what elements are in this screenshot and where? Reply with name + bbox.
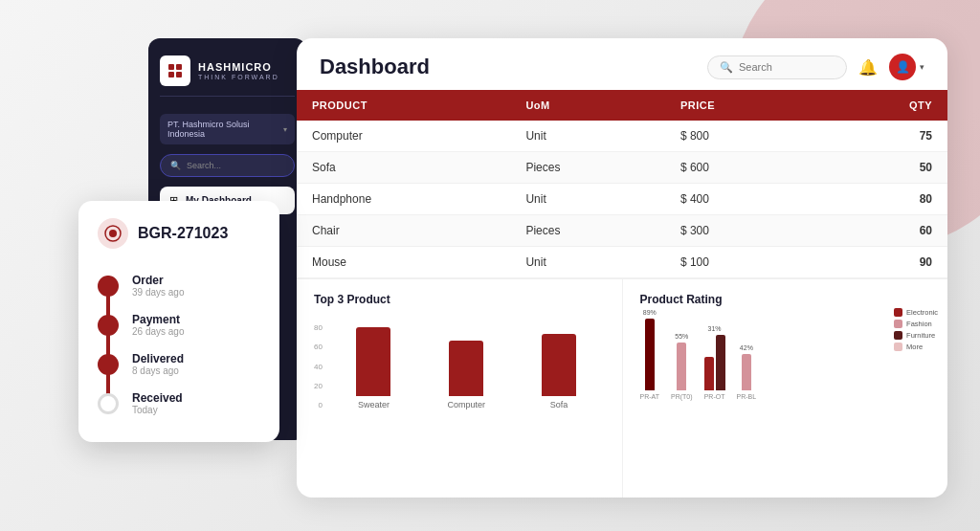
order-card: BGR-271023 Order 39 days ago Payment 26 … (78, 201, 279, 442)
cell-qty: 50 (820, 152, 947, 184)
cell-product: Chair (297, 215, 510, 247)
table-row: Handphone Unit $ 400 80 (297, 184, 947, 215)
timeline-dot (98, 393, 119, 414)
chart-legend: Electronic Fashion Furniture More (894, 308, 938, 351)
timeline-item-received: Received Today (98, 384, 260, 423)
legend-dot (894, 343, 902, 351)
notification-icon[interactable]: 🔔 (858, 58, 878, 77)
legend-dot (894, 331, 902, 340)
company-selector[interactable]: PT. Hashmicro Solusi Indonesia ▾ (160, 114, 295, 144)
y-label: 20 (314, 382, 323, 390)
logo-icon (160, 55, 190, 86)
card-header: BGR-271023 (98, 218, 260, 249)
bar-sweater: Sweater (356, 327, 390, 409)
legend-more: More (894, 343, 938, 351)
rating-chart-title: Product Rating (640, 293, 931, 306)
header-actions: 🔍 🔔 👤 ▾ (707, 54, 924, 80)
rating-group-prat: 89% PR-AT (640, 309, 659, 400)
svg-rect-3 (176, 72, 182, 77)
avatar-button[interactable]: 👤 ▾ (889, 54, 924, 80)
timeline-item-order: Order 39 days ago (98, 266, 260, 305)
cell-product: Mouse (297, 247, 510, 278)
rating-x-label: PR(T0) (671, 393, 693, 400)
main-scene: HASHMICRO THINK FORWARD PT. Hashmicro So… (0, 0, 980, 531)
cell-uom: Unit (510, 247, 665, 278)
r-bar-furniture (716, 335, 725, 390)
svg-rect-0 (168, 64, 174, 70)
legend-label: Electronic (906, 308, 938, 317)
timeline-dot (98, 354, 119, 375)
cell-price: $ 300 (665, 215, 820, 247)
rating-group-prt0: 55% PR(T0) (671, 333, 693, 400)
r-bar-fashion (677, 343, 686, 390)
rating-group-prot: 31% PR-OT (704, 325, 725, 400)
cell-price: $ 100 (665, 247, 820, 278)
bar-computer: Computer (447, 341, 485, 409)
timeline-title: Received (132, 391, 183, 405)
cell-qty: 75 (820, 121, 947, 152)
timeline-sub: 8 days ago (132, 365, 184, 376)
timeline-content: Received Today (132, 391, 183, 415)
company-arrow-icon: ▾ (283, 125, 287, 134)
avatar: 👤 (889, 54, 916, 80)
top3-chart-title: Top 3 Product (314, 293, 605, 306)
cell-price: $ 400 (665, 184, 820, 215)
rating-chart: Product Rating 89% PR-AT 55% (623, 279, 948, 498)
cell-qty: 90 (820, 247, 947, 278)
col-uom: UoM (510, 90, 665, 121)
top3-chart: Top 3 Product 80 60 40 20 0 Sweater (297, 279, 623, 498)
timeline-title: Delivered (132, 352, 184, 365)
search-input[interactable] (739, 61, 835, 73)
rating-chart-area: 89% PR-AT 55% PR(T0) (640, 314, 931, 400)
y-label: 80 (314, 323, 323, 332)
bar-label: Computer (447, 400, 485, 409)
charts-section: Top 3 Product 80 60 40 20 0 Sweater (297, 278, 947, 498)
cell-qty: 80 (820, 184, 947, 215)
y-label: 40 (314, 363, 323, 371)
bar-label: Sweater (358, 400, 390, 409)
rating-x-label: PR-BL (737, 393, 757, 400)
logo-text: HASHMICRO THINK FORWARD (198, 61, 279, 79)
sidebar-search[interactable]: 🔍 Search... (160, 154, 295, 177)
table-row: Computer Unit $ 800 75 (297, 121, 947, 152)
card-icon (98, 218, 128, 249)
search-icon: 🔍 (170, 161, 181, 170)
y-label: 0 (314, 401, 323, 409)
r-bar-fashion2 (742, 354, 751, 390)
r-bar-electronic (645, 319, 655, 390)
table-row: Sofa Pieces $ 600 50 (297, 152, 947, 184)
table-header-row: PRODUCT UoM PRICE QTY (297, 90, 947, 121)
avatar-dropdown-icon: ▾ (920, 62, 924, 72)
svg-rect-2 (168, 72, 174, 77)
dashboard-search[interactable]: 🔍 (707, 55, 847, 79)
cell-qty: 60 (820, 215, 947, 247)
col-product: PRODUCT (297, 90, 510, 121)
timeline-title: Order (132, 274, 185, 287)
dashboard-header: Dashboard 🔍 🔔 👤 ▾ (297, 38, 947, 90)
search-placeholder: Search... (187, 161, 221, 170)
rating-pct: 31% (708, 325, 722, 332)
bar-chart-area: Sweater Computer Sofa (328, 323, 605, 409)
legend-furniture: Furniture (894, 331, 938, 340)
legend-label: Fashion (906, 320, 932, 328)
rating-pct: 89% (643, 309, 657, 316)
cell-product: Handphone (297, 184, 510, 215)
table-row: Chair Pieces $ 300 60 (297, 215, 947, 247)
logo-sub-text: THINK FORWARD (198, 74, 279, 80)
cell-uom: Unit (510, 184, 665, 215)
table-body: Computer Unit $ 800 75 Sofa Pieces $ 600… (297, 121, 947, 278)
logo-main-text: HASHMICRO (198, 61, 279, 73)
rating-bar-stack (645, 319, 655, 390)
timeline-content: Delivered 8 days ago (132, 352, 184, 376)
timeline-dot (98, 276, 119, 297)
cell-price: $ 800 (665, 121, 820, 152)
search-icon: 🔍 (720, 61, 733, 74)
bar-sweater-fill (356, 327, 390, 396)
legend-fashion: Fashion (894, 320, 938, 328)
cell-price: $ 600 (665, 152, 820, 184)
svg-rect-1 (176, 64, 182, 70)
legend-dot (894, 320, 902, 328)
rating-x-label: PR-AT (640, 393, 659, 400)
product-table: PRODUCT UoM PRICE QTY Computer Unit $ 80… (297, 90, 947, 278)
rating-x-label: PR-OT (704, 393, 725, 400)
